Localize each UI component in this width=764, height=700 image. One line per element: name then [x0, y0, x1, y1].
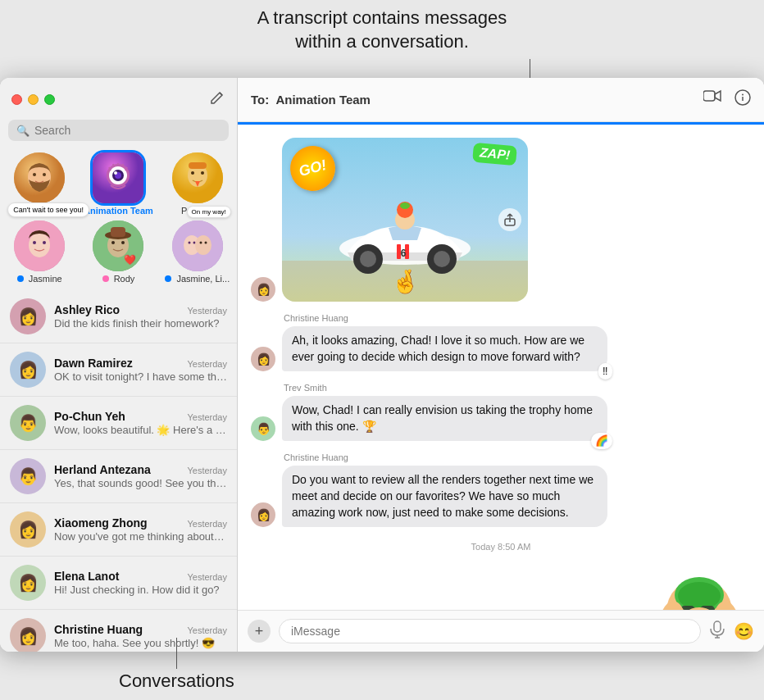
message-input[interactable]	[279, 619, 701, 643]
info-icon[interactable]	[734, 89, 751, 110]
svg-point-23	[33, 241, 36, 244]
svg-line-11	[113, 164, 114, 167]
chat-panel: To: Animation Team	[238, 78, 764, 652]
conv-header-herland: Herland Antezana Yesterday	[54, 463, 227, 476]
annotation-bottom: Conversations	[119, 638, 234, 692]
svg-point-37	[199, 242, 202, 244]
conv-item-xiaomeng[interactable]: 👩 Xiaomeng Zhong Yesterday Now you've go…	[0, 503, 237, 557]
chat-to-name: Animation Team	[275, 93, 371, 107]
chat-header: To: Animation Team	[238, 78, 764, 122]
svg-rect-30	[111, 227, 125, 237]
avatar-pochun: 👨	[10, 405, 46, 441]
pinned-contact-jasmine-li[interactable]: On my way!	[162, 220, 232, 284]
svg-point-17	[191, 171, 194, 175]
svg-point-54	[400, 202, 410, 209]
svg-point-46	[360, 251, 376, 267]
conv-name-herland: Herland Antezana	[54, 463, 151, 476]
avatar-wrap-animation	[93, 152, 143, 203]
sender-name-christine-1: Christine Huang	[284, 313, 607, 323]
conversation-list: 👩 Ashley Rico Yesterday Did the kids fin…	[0, 290, 237, 652]
conv-time-ashley: Yesterday	[187, 306, 227, 316]
svg-point-35	[193, 242, 195, 244]
conv-preview-ashley: Did the kids finish their homework?	[54, 317, 227, 330]
conv-preview-xiaomeng: Now you've got me thinking about my next…	[54, 530, 227, 543]
conv-preview-pochun: Wow, looks beautiful. 🌟 Here's a photo o…	[54, 424, 227, 436]
msg-bubble-christine-2: Do you want to review all the renders to…	[282, 466, 607, 527]
avatar-wrap-penpals	[172, 152, 223, 203]
svg-point-27	[111, 241, 115, 244]
jasmine-bubble: Can't wait to see you!	[7, 202, 89, 217]
svg-point-3	[43, 173, 46, 176]
pinned-contact-rody[interactable]: ❤️ Rody	[84, 220, 153, 284]
pinned-contact-jasmine[interactable]: Can't wait to see you!	[5, 220, 75, 284]
pinned-label-rody: Rody	[114, 274, 135, 284]
share-button[interactable]	[498, 208, 521, 231]
avatar-ashley: 👩	[10, 298, 46, 334]
svg-point-42	[742, 94, 744, 96]
svg-point-28	[121, 241, 125, 244]
avatar-msg-christine-2: 👩	[251, 502, 275, 527]
search-input[interactable]	[34, 124, 221, 137]
media-message-row: 👩 GO! ZAP!	[251, 138, 751, 302]
conv-header-dawn: Dawn Ramirez Yesterday	[54, 357, 227, 370]
conv-content-ashley: Ashley Rico Yesterday Did the kids finis…	[54, 303, 227, 330]
avatar-wrap-guillermo	[14, 152, 65, 203]
conv-content-dawn: Dawn Ramirez Yesterday OK to visit tonig…	[54, 357, 227, 383]
app-window: 🔍	[0, 78, 764, 652]
msg-group-christine-2: Christine Huang Do you want to review al…	[282, 452, 607, 527]
pinned-row-2: Can't wait to see you!	[0, 219, 237, 290]
conv-preview-elena: Hi! Just checking in. How did it go?	[54, 584, 227, 596]
conv-item-herland[interactable]: 👨 Herland Antezana Yesterday Yes, that s…	[0, 450, 237, 503]
conv-name-pochun: Po-Chun Yeh	[54, 410, 125, 423]
msg-row-trev: 👨 Trev Smith Wow, Chad! I can really env…	[251, 383, 751, 441]
avatar-penpals	[172, 152, 223, 203]
jasmine-unread-dot	[17, 275, 24, 282]
conv-name-xiaomeng: Xiaomeng Zhong	[54, 516, 148, 530]
avatar-jasmine-li	[172, 220, 223, 271]
conv-content-herland: Herland Antezana Yesterday Yes, that sou…	[54, 463, 227, 489]
pinned-contact-animation-team[interactable]: Animation Team	[84, 152, 153, 216]
conv-preview-herland: Yes, that sounds good! See you then.	[54, 477, 227, 489]
msg-row-christine-2: 👩 Christine Huang Do you want to review …	[251, 452, 751, 527]
svg-rect-20	[189, 162, 207, 169]
conv-time-elena: Yesterday	[187, 572, 227, 582]
avatar-wrap-jasmine: Can't wait to see you!	[14, 220, 65, 271]
avatar-wrap-rody: ❤️	[93, 220, 143, 271]
conv-time-xiaomeng: Yesterday	[187, 519, 227, 529]
emoji-icon[interactable]: 😊	[734, 621, 754, 641]
close-button[interactable]	[11, 94, 22, 105]
conv-item-elena[interactable]: 👩 Elena Lanot Yesterday Hi! Just checkin…	[0, 557, 237, 610]
zap-sticker: ZAP!	[472, 143, 517, 166]
conv-name-dawn: Dawn Ramirez	[54, 357, 133, 370]
add-button[interactable]: +	[248, 620, 271, 643]
video-call-icon[interactable]	[703, 89, 721, 110]
jasmine-li-bubble: On my way!	[187, 206, 231, 218]
search-bar[interactable]: 🔍	[8, 120, 229, 141]
svg-point-34	[188, 242, 190, 244]
svg-point-48	[434, 251, 450, 267]
compose-icon[interactable]	[209, 89, 225, 110]
minimize-button[interactable]	[28, 94, 39, 105]
conv-item-ashley[interactable]: 👩 Ashley Rico Yesterday Did the kids fin…	[0, 290, 237, 343]
msg-bubble-trev: Wow, Chad! I can really envision us taki…	[282, 396, 607, 441]
avatar-xiaomeng: 👩	[10, 511, 46, 548]
conv-item-dawn[interactable]: 👩 Dawn Ramirez Yesterday OK to visit ton…	[0, 343, 237, 397]
avatar-dawn: 👩	[10, 352, 46, 388]
conv-preview-dawn: OK to visit tonight? I have some things …	[54, 370, 227, 383]
avatar-msg-christine-1: 👩	[251, 347, 275, 371]
voice-icon[interactable]	[709, 620, 725, 643]
avatar-elena: 👩	[10, 565, 46, 601]
avatar-msg-trev: 👨	[251, 416, 275, 441]
reaction-christine-1: ‼️	[598, 363, 612, 380]
conv-time-pochun: Yesterday	[187, 412, 227, 422]
chat-header-icons	[703, 89, 751, 110]
svg-point-24	[43, 241, 46, 244]
maximize-button[interactable]	[44, 94, 55, 105]
svg-point-9	[114, 171, 117, 175]
conv-item-pochun[interactable]: 👨 Po-Chun Yeh Yesterday Wow, looks beaut…	[0, 397, 237, 450]
jasmine-li-unread-dot	[165, 275, 171, 282]
svg-point-18	[201, 171, 204, 175]
conv-name-ashley: Ashley Rico	[54, 303, 120, 316]
svg-point-36	[195, 235, 211, 255]
conv-content-elena: Elena Lanot Yesterday Hi! Just checking …	[54, 570, 227, 596]
